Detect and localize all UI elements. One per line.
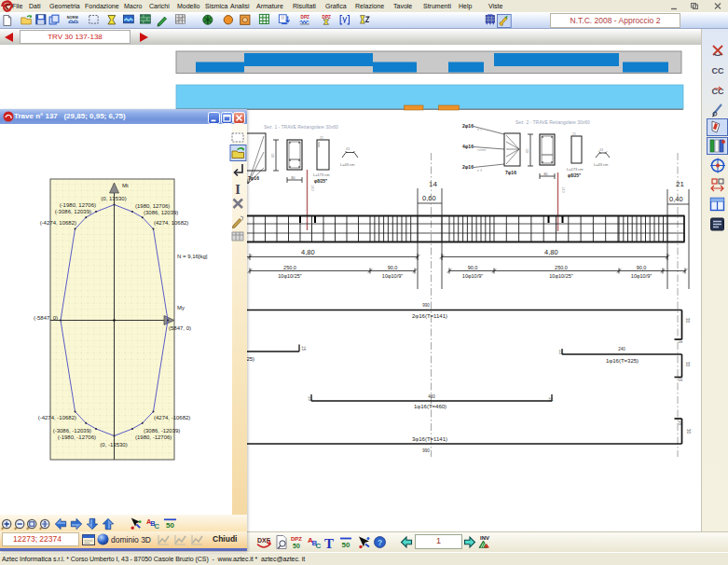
svg-text:(4274, -10682): (4274, -10682) [154,415,190,420]
svg-text:90,0: 90,0 [468,265,478,270]
svg-text:DPZ: DPZ [291,536,302,542]
svg-text:10φ10/9": 10φ10/9" [462,273,483,279]
svg-text:2φ16(T=1141): 2φ16(T=1141) [412,313,447,319]
svg-text:C: C [154,522,159,531]
svg-text:L=43 cm: L=43 cm [340,162,355,167]
svg-text:?: ? [378,538,382,547]
svg-text:(-4274, 10682): (-4274, 10682) [40,220,76,226]
svg-text:C: C [316,542,322,550]
svg-text:T: T [324,536,334,551]
svg-text:0,60: 0,60 [422,194,436,202]
svg-text:250,0: 250,0 [283,265,296,270]
svg-text:φ8/25": φ8/25" [314,179,327,184]
svg-text:(4274, 10682): (4274, 10682) [154,220,188,226]
svg-text:(0, 13530): (0, 13530) [101,196,126,201]
svg-text:60: 60 [525,148,529,153]
svg-text:My: My [177,305,185,310]
svg-text:90,0: 90,0 [388,265,398,270]
svg-text:(-5847, 0): (-5847, 0) [34,315,58,321]
svg-text:30: 30 [685,318,690,324]
svg-text:990: 990 [422,303,430,308]
svg-text:15: 15 [678,420,682,426]
svg-text:e 3: e 3 [477,169,482,172]
svg-text:60: 60 [270,153,275,158]
svg-text:30: 30 [291,175,295,180]
svg-text:460: 460 [428,394,435,399]
svg-text:4,80: 4,80 [544,248,558,256]
svg-text:15: 15 [301,346,306,351]
svg-text:L=173 cm: L=173 cm [567,167,584,172]
svg-text:N = 9,16[kg]: N = 9,16[kg] [177,254,208,259]
svg-text:0,40: 0,40 [669,195,683,203]
svg-text:DXF: DXF [257,537,271,544]
svg-text:(0, -13530): (0, -13530) [100,442,127,448]
svg-text:240: 240 [618,347,625,351]
svg-text:e 1: e 1 [477,128,482,131]
svg-text:15: 15 [678,338,682,344]
svg-text:(-1980, 12706): (-1980, 12706) [60,202,96,208]
svg-text:21: 21 [676,180,684,188]
svg-text:30: 30 [686,429,691,434]
svg-text:L=173 cm: L=173 cm [313,172,330,177]
svg-text:Sez. 2 - TRAVE Rettangolare 30: Sez. 2 - TRAVE Rettangolare 30x60 [515,119,590,125]
svg-text:(1980, 12706): (1980, 12706) [135,203,170,209]
svg-text:2φ16: 2φ16 [462,123,474,129]
svg-text:(3086, 12039): (3086, 12039) [144,210,178,215]
svg-text:250,0: 250,0 [555,265,568,270]
svg-text:140: 140 [561,186,566,193]
svg-text:CC: CC [712,66,724,76]
svg-text:990: 990 [422,448,430,453]
svg-text:10φ10/25": 10φ10/25" [278,273,301,279]
svg-text:1φ16(T=325): 1φ16(T=325) [606,358,639,364]
svg-text:30: 30 [543,172,548,176]
svg-text:1φ16(T=460): 1φ16(T=460) [414,404,446,409]
svg-text:30: 30 [685,362,690,367]
svg-text:(-4274, -10682): (-4274, -10682) [38,415,76,420]
svg-text:INV: INV [480,535,489,541]
svg-text:10φ10/9": 10φ10/9" [382,273,403,279]
svg-text:DPZ: DPZ [301,15,309,20]
svg-text:15: 15 [558,350,563,355]
svg-text:90,0: 90,0 [637,265,647,270]
svg-text:L=43 cm: L=43 cm [594,162,609,167]
svg-text:(1980, -12706): (1980, -12706) [135,434,172,440]
svg-text:14: 14 [429,180,437,188]
svg-text:(-1980, -12706): (-1980, -12706) [58,434,96,440]
svg-text:NORM: NORM [67,15,78,20]
svg-text:(-3086, -12039): (-3086, -12039) [53,428,91,434]
svg-text:50: 50 [293,543,300,549]
svg-text:4,80: 4,80 [301,248,315,256]
svg-text:43: 43 [599,148,603,152]
svg-text:21: 21 [320,136,323,140]
svg-text:Sez. 1 - TRAVE Rettangolare 30: Sez. 1 - TRAVE Rettangolare 30x60 [264,124,338,130]
svg-text:DPZ: DPZ [323,15,331,20]
svg-text:15: 15 [308,396,312,402]
svg-text:4φ16: 4φ16 [462,144,474,149]
svg-text:2φ16: 2φ16 [462,164,474,170]
svg-text:(5847, 0): (5847, 0) [169,325,191,331]
svg-text:10φ10/9": 10φ10/9" [631,273,652,279]
svg-text:(-3086, 12039): (-3086, 12039) [55,209,91,214]
svg-text:50: 50 [166,521,174,530]
svg-text:10φ10/25": 10φ10/25" [549,273,572,279]
svg-text:3φ16(T=1141): 3φ16(T=1141) [412,436,447,442]
svg-text:(3086, -12039): (3086, -12039) [144,428,180,434]
svg-text:43: 43 [346,147,350,151]
svg-text:7φ16: 7φ16 [505,170,516,175]
svg-text:comm: comm [477,148,487,152]
svg-text:21: 21 [572,132,576,136]
svg-text:50: 50 [342,541,350,549]
svg-text:15: 15 [548,397,553,403]
svg-text:7φ16: 7φ16 [248,175,259,181]
svg-text:Mt: Mt [122,183,129,188]
svg-text:φ8/25": φ8/25" [568,173,581,178]
svg-text:15: 15 [678,377,682,382]
svg-text:140: 140 [310,185,315,191]
